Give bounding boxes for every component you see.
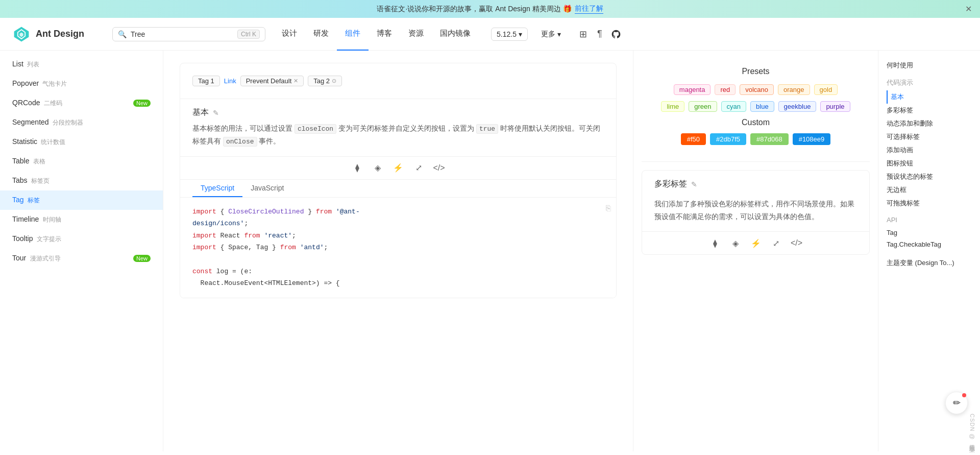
banner-close-button[interactable]: ✕ [965, 4, 972, 14]
sidebar-item-tag[interactable]: Tag 标签 [0, 190, 163, 210]
edit-icon[interactable]: ✎ [213, 109, 219, 117]
colorful-expand-icon[interactable]: ⤢ [771, 238, 781, 248]
right-nav-api-checkable-tag[interactable]: Tag.CheckableTag [887, 238, 972, 250]
code-icon[interactable]: </> [434, 163, 444, 173]
nav-components[interactable]: 组件 [337, 18, 369, 51]
section-description: 基本标签的用法，可以通过设置 closeIcon 变为可关闭标签并自定义关闭按钮… [192, 122, 604, 148]
preset-tag-gold[interactable]: gold [814, 84, 838, 95]
custom-tag-108ee9[interactable]: #108ee9 [793, 133, 831, 145]
colorful-description: 我们添加了多种预设色彩的标签样式，用作不同场景使用。如果预设值不能满足你的需求，… [642, 198, 869, 231]
code-line-3: import React from 'react'; [192, 230, 604, 242]
tab-javascript[interactable]: JavaScript [242, 180, 292, 197]
copy-button[interactable]: ⎘ [606, 202, 611, 217]
float-button[interactable]: ✏ [945, 392, 968, 414]
preset-tag-red[interactable]: red [715, 84, 736, 95]
tag-close-icon[interactable]: ✕ [293, 78, 298, 84]
sidebar-item-qrcode[interactable]: QRCode 二维码 New [0, 93, 163, 113]
tag-link[interactable]: Link [224, 77, 236, 85]
sidebar-item-segmented[interactable]: Segmented 分段控制器 [0, 113, 163, 132]
header-icons: ⊞ ¶ [578, 29, 621, 39]
sidebar-item-list[interactable]: List 列表 [0, 55, 163, 74]
right-nav-icon[interactable]: 图标按钮 [887, 157, 972, 170]
right-nav-design-token: 主题变量 (Design To...) [887, 256, 972, 270]
custom-tag-2db7f5[interactable]: #2db7f5 [710, 133, 746, 145]
colorful-sandbox-icon[interactable]: ⧫ [710, 238, 720, 248]
sidebar-item-tabs[interactable]: Tabs 标签页 [0, 171, 163, 190]
preset-tag-volcano[interactable]: volcano [740, 84, 774, 95]
tag-1[interactable]: Tag 1 [192, 76, 220, 86]
nav-resources[interactable]: 资源 [400, 18, 432, 51]
main-content: Tag 1 Link Prevent Default ✕ Tag 2 ⊙ 基本 … [163, 51, 633, 451]
section-title: 基本 [192, 107, 209, 118]
top-banner: 语雀征文·说说你和开源的故事，赢取 Ant Design 精美周边 🎁 前往了解… [0, 0, 980, 18]
sidebar-item-statistic[interactable]: Statistic 统计数值 [0, 132, 163, 152]
layout-icon[interactable]: ⊞ [578, 29, 589, 39]
preset-tag-geekblue[interactable]: geekblue [778, 101, 817, 112]
colorful-title: 多彩标签 [654, 179, 687, 189]
right-nav-design-token-title[interactable]: 主题变量 (Design To...) [887, 256, 972, 270]
nav-design[interactable]: 设计 [274, 18, 305, 51]
search-box[interactable]: 🔍 Ctrl K [112, 27, 265, 41]
tag-2-close-icon[interactable]: ⊙ [332, 78, 336, 84]
right-nav-code-demo-title: 代码演示 [887, 78, 972, 87]
sidebar-item-table[interactable]: Table 表格 [0, 152, 163, 171]
right-nav-borderless[interactable]: 无边框 [887, 183, 972, 197]
search-kbd: Ctrl K [237, 30, 260, 39]
lightning-icon[interactable]: ⚡ [393, 163, 403, 173]
preset-tag-cyan[interactable]: cyan [721, 101, 746, 112]
right-nav-selectable[interactable]: 可选择标签 [887, 130, 972, 143]
colorful-lightning-icon[interactable]: ⚡ [751, 238, 761, 248]
version-selector[interactable]: 5.12.5 ▾ [491, 28, 528, 41]
right-nav-api-tag[interactable]: Tag [887, 227, 972, 238]
logo[interactable]: Ant Design [12, 25, 104, 43]
tag-2[interactable]: Tag 2 ⊙ [308, 76, 342, 86]
sidebar-item-timeline[interactable]: Timeline 时间轴 [0, 210, 163, 229]
search-input[interactable] [131, 30, 233, 38]
presets-area: Presets magenta red volcano orange gold … [642, 59, 870, 153]
tag-prevent-default[interactable]: Prevent Default ✕ [240, 76, 304, 86]
preset-tag-orange[interactable]: orange [778, 84, 810, 95]
text-direction-icon[interactable]: ¶ [595, 29, 605, 39]
sidebar-item-tour[interactable]: Tour 漫游式引导 New [0, 249, 163, 268]
colorful-code-icon[interactable]: </> [792, 238, 802, 248]
colorful-codepen-icon[interactable]: ◈ [730, 238, 741, 248]
preset-tag-purple[interactable]: purple [820, 101, 850, 112]
float-button-badge [962, 393, 966, 397]
codepen-icon[interactable]: ◈ [373, 163, 383, 173]
custom-tag-f50[interactable]: #f50 [681, 133, 706, 145]
nav-blog[interactable]: 博客 [369, 18, 400, 51]
right-nav-api: API Tag Tag.CheckableTag [887, 216, 972, 250]
more-button[interactable]: 更多 ▾ [536, 28, 566, 41]
github-icon[interactable] [611, 29, 621, 39]
preset-tag-green[interactable]: green [689, 101, 717, 112]
right-nav-preset-status[interactable]: 预设状态的标签 [887, 170, 972, 183]
preset-tag-magenta[interactable]: magenta [674, 84, 711, 95]
right-nav-draggable[interactable]: 可拖拽标签 [887, 197, 972, 210]
right-nav-when-to-use-title[interactable]: 何时使用 [887, 59, 972, 72]
float-button-icon: ✏ [953, 397, 961, 409]
tab-typescript[interactable]: TypeScript [192, 180, 242, 197]
sidebar-item-popover[interactable]: Popover 气泡卡片 [0, 74, 163, 93]
preset-tags-row2: lime green cyan blue geekblue purple [654, 101, 857, 112]
right-nav-dynamic[interactable]: 动态添加和删除 [887, 117, 972, 130]
right-nav-animation[interactable]: 添加动画 [887, 143, 972, 157]
sidebar-item-tooltip[interactable]: Tooltip 文字提示 [0, 229, 163, 249]
expand-icon[interactable]: ⤢ [413, 163, 424, 173]
right-nav-basic[interactable]: 基本 [887, 90, 972, 104]
custom-tag-87d068[interactable]: #87d068 [750, 133, 789, 145]
nav-research[interactable]: 研发 [305, 18, 337, 51]
version-label: 5.12.5 [497, 30, 517, 38]
logo-icon [12, 25, 31, 43]
colorful-edit-icon[interactable]: ✎ [691, 180, 697, 188]
banner-link[interactable]: 前往了解 [575, 4, 603, 14]
sandbox-icon[interactable]: ⧫ [352, 163, 362, 173]
nav-mirror[interactable]: 国内镜像 [432, 18, 479, 51]
preset-tag-lime[interactable]: lime [661, 101, 684, 112]
preset-tag-blue[interactable]: blue [750, 101, 774, 112]
right-nav-colorful[interactable]: 多彩标签 [887, 104, 972, 117]
basic-demo-section: Tag 1 Link Prevent Default ✕ Tag 2 ⊙ 基本 … [180, 63, 617, 298]
colorful-section: 多彩标签 ✎ 我们添加了多种预设色彩的标签样式，用作不同场景使用。如果预设值不能… [642, 170, 870, 255]
section-divider [642, 161, 870, 162]
demo-toolbar: ⧫ ◈ ⚡ ⤢ </> [180, 157, 616, 180]
header: Ant Design 🔍 Ctrl K 设计 研发 组件 博客 资源 国内镜像 … [0, 18, 980, 51]
